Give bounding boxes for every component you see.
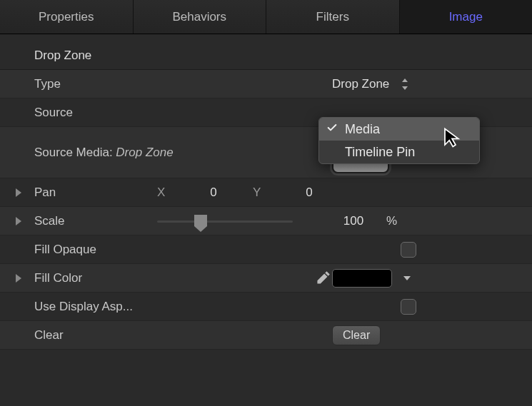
fill-opaque-row: Fill Opaque bbox=[0, 235, 532, 264]
type-label: Type bbox=[14, 77, 157, 91]
use-display-aspect-row: Use Display Asp... bbox=[0, 293, 532, 321]
tab-behaviors-label: Behaviors bbox=[172, 10, 226, 24]
fill-opaque-checkbox[interactable] bbox=[401, 242, 416, 258]
type-popup[interactable]: Drop Zone bbox=[332, 77, 518, 91]
menu-item-media[interactable]: Media bbox=[319, 118, 479, 141]
clear-label: Clear bbox=[14, 328, 157, 342]
menu-item-timeline-pin-label: Timeline Pin bbox=[345, 145, 415, 160]
scale-unit: % bbox=[386, 214, 397, 228]
pan-x-label: X bbox=[157, 186, 174, 200]
source-media-value: Drop Zone bbox=[116, 146, 173, 159]
tab-properties[interactable]: Properties bbox=[0, 0, 134, 34]
fill-color-label: Fill Color bbox=[14, 271, 157, 285]
section-title: Drop Zone bbox=[14, 49, 157, 63]
updown-icon bbox=[401, 78, 409, 90]
clear-button-label: Clear bbox=[343, 329, 370, 341]
tab-behaviors[interactable]: Behaviors bbox=[134, 0, 267, 34]
clear-row: Clear Clear bbox=[0, 321, 532, 350]
scale-value[interactable]: 100 bbox=[332, 214, 375, 228]
tab-image-label: Image bbox=[449, 10, 483, 24]
scale-slider[interactable] bbox=[157, 216, 293, 226]
fill-color-well[interactable] bbox=[332, 269, 392, 288]
fill-opaque-label: Fill Opaque bbox=[14, 243, 157, 257]
scale-row: Scale 100 % bbox=[0, 207, 532, 235]
image-inspector-panel: Drop Zone Type Drop Zone Source Source M… bbox=[0, 34, 532, 350]
pan-y-value[interactable]: 0 bbox=[277, 186, 341, 200]
disclosure-triangle-icon[interactable] bbox=[16, 217, 21, 225]
section-header: Drop Zone bbox=[0, 41, 532, 70]
tab-filters[interactable]: Filters bbox=[266, 0, 400, 34]
type-row: Type Drop Zone bbox=[0, 70, 532, 98]
source-media-label-wrap: Source Media: Drop Zone bbox=[14, 146, 229, 160]
fill-color-row: Fill Color bbox=[0, 264, 532, 293]
pan-label: Pan bbox=[14, 186, 157, 200]
source-label: Source bbox=[14, 106, 157, 120]
type-value: Drop Zone bbox=[332, 77, 389, 91]
inspector-tabs: Properties Behaviors Filters Image bbox=[0, 0, 532, 34]
chevron-down-icon[interactable] bbox=[403, 276, 411, 280]
tab-filters-label: Filters bbox=[316, 10, 349, 24]
source-media-label: Source Media: bbox=[34, 146, 116, 159]
pan-row: Pan X 0 Y 0 bbox=[0, 178, 532, 207]
menu-item-media-label: Media bbox=[345, 122, 380, 137]
slider-track bbox=[157, 220, 293, 223]
menu-item-timeline-pin[interactable]: Timeline Pin bbox=[319, 141, 479, 163]
disclosure-triangle-icon[interactable] bbox=[16, 188, 21, 197]
pan-x-value[interactable]: 0 bbox=[181, 186, 246, 200]
disclosure-triangle-icon[interactable] bbox=[16, 274, 21, 283]
slider-thumb[interactable] bbox=[194, 215, 207, 226]
checkmark-icon bbox=[326, 122, 338, 137]
eyedropper-icon[interactable] bbox=[313, 269, 332, 288]
source-popup-menu: Media Timeline Pin bbox=[318, 117, 480, 164]
scale-label: Scale bbox=[14, 214, 157, 228]
use-display-aspect-checkbox[interactable] bbox=[401, 299, 416, 315]
tab-image[interactable]: Image bbox=[400, 0, 533, 34]
pan-y-label: Y bbox=[253, 186, 270, 200]
tab-properties-label: Properties bbox=[39, 10, 94, 24]
use-display-aspect-label: Use Display Asp... bbox=[14, 300, 200, 314]
clear-button[interactable]: Clear bbox=[332, 325, 381, 345]
